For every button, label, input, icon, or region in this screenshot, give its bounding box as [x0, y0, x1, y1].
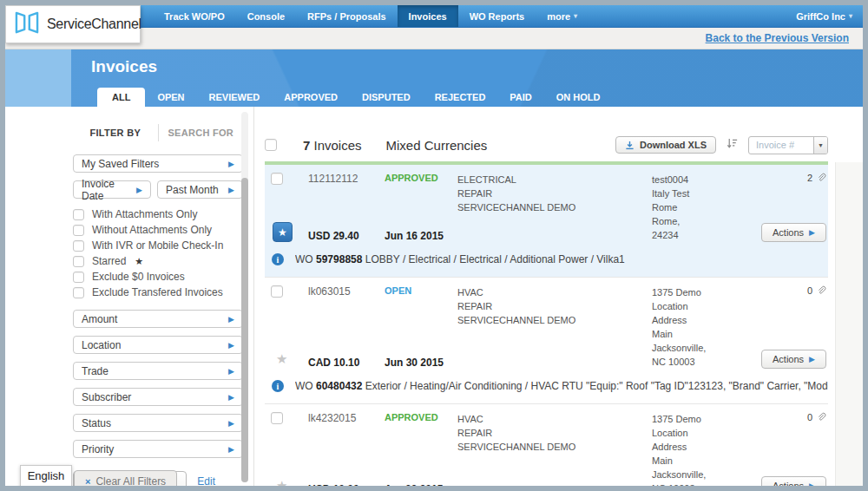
chevron-right-icon: ▶	[228, 445, 234, 454]
row-checkbox[interactable]	[271, 285, 283, 298]
list-header: 7 Invoices Mixed Currencies Download XLS…	[265, 131, 828, 159]
star-toggle-on[interactable]: ★	[273, 222, 293, 242]
invoice-trade: HVACREPAIRSERVICECHANNEL DEMO	[457, 412, 652, 486]
checkbox-icon[interactable]	[73, 272, 84, 283]
status-tabs: ALL OPEN REVIEWED APPROVED DISPUTED REJE…	[97, 88, 613, 107]
filter-search-toggle: FILTER BY SEARCH FOR	[73, 124, 243, 141]
actions-button[interactable]: Actions▶	[761, 223, 826, 242]
checkbox-exclude-zero[interactable]: Exclude $0 Invoices	[73, 270, 243, 284]
clear-all-filters-button[interactable]: × Clear All Filters	[74, 470, 177, 486]
invoice-amount: USD 10.00	[308, 483, 385, 486]
currencies-label: Mixed Currencies	[386, 138, 488, 153]
close-icon: ×	[85, 476, 90, 486]
tab-all[interactable]: ALL	[97, 88, 145, 107]
location-dropdown[interactable]: Location▶	[73, 336, 243, 354]
status-dropdown[interactable]: Status▶	[73, 414, 243, 432]
download-xls-button[interactable]: Download XLS	[615, 136, 716, 154]
invoice-list-panel: 7 Invoices Mixed Currencies Download XLS…	[254, 107, 863, 486]
star-toggle-off[interactable]: ★	[276, 351, 308, 369]
checkbox-starred[interactable]: Starred★	[73, 254, 243, 268]
invoice-row: ★ lk063015 CAD 10.10 OPEN Jun 30 2015 HV…	[265, 277, 828, 403]
chevron-right-icon: ▶	[228, 160, 234, 168]
attachments-count[interactable]: 0	[807, 285, 826, 296]
row-checkbox[interactable]	[271, 412, 283, 424]
brand-name: ServiceChannel	[47, 16, 141, 32]
nav-item-more[interactable]: more▾	[536, 5, 589, 27]
page-header: Invoices ALL OPEN REVIEWED APPROVED DISP…	[5, 49, 863, 107]
star-toggle-off[interactable]: ★	[276, 478, 308, 486]
sidebar-scrollbar[interactable]	[241, 112, 248, 482]
language-selector[interactable]: English	[20, 465, 72, 486]
attachments-count[interactable]: 0	[807, 412, 826, 422]
info-icon[interactable]: i	[272, 380, 284, 392]
tab-approved[interactable]: APPROVED	[272, 88, 350, 107]
header-left-block	[5, 49, 71, 107]
nav-item-rfps-proposals[interactable]: RFPs / Proposals	[296, 5, 397, 27]
chevron-down-icon: ▼	[813, 137, 827, 154]
nav-item-wo-reports[interactable]: WO Reports	[458, 5, 536, 27]
checkbox-icon[interactable]	[73, 209, 84, 220]
chevron-right-icon: ▶	[228, 315, 234, 324]
invoice-number[interactable]: lk063015	[308, 285, 385, 298]
paperclip-icon	[816, 173, 826, 183]
chevron-right-icon: ▶	[228, 393, 234, 402]
filter-by-tab[interactable]: FILTER BY	[73, 128, 158, 138]
work-order-summary[interactable]: WO 60480432 Exterior / Heating/Air Condi…	[295, 380, 828, 392]
tab-open[interactable]: OPEN	[145, 88, 196, 107]
checkbox-icon[interactable]	[73, 240, 84, 252]
page-title: Invoices	[91, 49, 863, 76]
tab-disputed[interactable]: DISPUTED	[350, 88, 423, 107]
amount-dropdown[interactable]: Amount▶	[73, 310, 243, 328]
saved-filters-dropdown[interactable]: My Saved Filters▶	[73, 154, 243, 173]
checkbox-icon[interactable]	[73, 225, 84, 236]
checkbox-without-attachments[interactable]: Without Attachments Only	[73, 223, 243, 237]
invoice-trade: HVACREPAIRSERVICECHANNEL DEMO	[457, 285, 652, 369]
invoice-date-dropdown[interactable]: Invoice Date▶	[73, 180, 151, 199]
actions-button[interactable]: Actions▶	[761, 476, 826, 486]
chevron-right-icon: ▶	[228, 367, 234, 376]
actions-button[interactable]: Actions▶	[761, 350, 826, 369]
invoice-number[interactable]: 112112112	[308, 173, 385, 185]
back-to-previous-link[interactable]: Back to the Previous Version	[706, 32, 849, 44]
invoice-date: Jun 16 2015	[385, 230, 457, 242]
checkbox-icon[interactable]	[73, 256, 84, 267]
tab-reviewed[interactable]: REVIEWED	[197, 88, 273, 107]
select-all-checkbox[interactable]	[265, 139, 277, 151]
status-badge: APPROVED	[385, 173, 457, 183]
invoice-location: 1375 Demo LocationAddress MainJacksonvil…	[652, 412, 707, 486]
date-range-dropdown[interactable]: Past Month▶	[157, 180, 243, 199]
brand-logo[interactable]: ServiceChannel	[5, 5, 141, 43]
checkbox-with-attachments[interactable]: With Attachments Only	[73, 207, 243, 221]
account-menu[interactable]: GriffCo Inc▾	[796, 5, 863, 27]
tab-rejected[interactable]: REJECTED	[423, 88, 498, 107]
status-badge: APPROVED	[385, 412, 457, 422]
chevron-down-icon: ▾	[849, 12, 852, 20]
nav-item-console[interactable]: Console	[236, 5, 296, 27]
tab-paid[interactable]: PAID	[497, 88, 543, 107]
row-checkbox[interactable]	[271, 173, 283, 185]
chevron-right-icon: ▶	[809, 355, 815, 363]
tab-on-hold[interactable]: ON HOLD	[544, 88, 613, 107]
invoice-amount: CAD 10.10	[308, 357, 385, 369]
attachments-count[interactable]: 2	[807, 173, 826, 183]
content-area: FILTER BY SEARCH FOR My Saved Filters▶ I…	[5, 107, 863, 486]
checkbox-exclude-transfered[interactable]: Exclude Transfered Invoices	[73, 285, 243, 299]
nav-item-invoices[interactable]: Invoices	[398, 5, 458, 27]
search-for-tab[interactable]: SEARCH FOR	[159, 128, 244, 138]
priority-dropdown[interactable]: Priority▶	[73, 440, 243, 458]
checkbox-icon[interactable]	[73, 287, 84, 298]
scrollbar-thumb[interactable]	[241, 178, 248, 482]
subscriber-dropdown[interactable]: Subscriber▶	[73, 388, 243, 406]
invoice-amount: USD 29.40	[308, 230, 385, 242]
sort-order-icon[interactable]	[726, 137, 739, 154]
right-gutter	[835, 162, 863, 486]
sort-field-select[interactable]: Invoice # ▼	[748, 136, 828, 154]
edit-filters-link[interactable]: Edit Filters	[197, 475, 243, 486]
work-order-summary[interactable]: WO 59798858 LOBBY / Electrical / Electri…	[295, 253, 625, 265]
checkbox-ivr-mobile[interactable]: With IVR or Mobile Check-In	[73, 239, 243, 252]
nav-item-track-wopo[interactable]: Track WO/PO	[153, 5, 236, 27]
filter-sidebar: FILTER BY SEARCH FOR My Saved Filters▶ I…	[5, 107, 254, 486]
trade-dropdown[interactable]: Trade▶	[73, 362, 243, 380]
invoice-number[interactable]: lk4232015	[308, 412, 385, 424]
info-icon[interactable]: i	[272, 253, 284, 265]
